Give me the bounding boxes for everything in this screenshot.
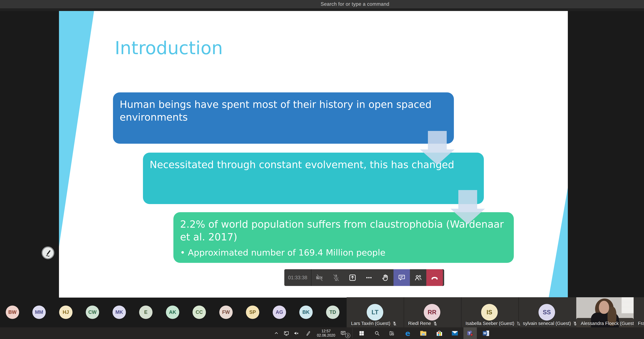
search-input[interactable]: Search for or type a command [321,0,389,8]
slide-box-history: Human beings have spent most of their hi… [113,92,454,144]
annotate-pencil-button[interactable] [42,247,54,259]
search-icon [374,331,380,336]
participant-name: Riedl Rene [408,321,431,326]
participant-avatar: LT [367,304,383,321]
hang-up-button[interactable] [426,269,443,286]
teams-notification-dot [470,334,473,336]
windows-ink-tray-button[interactable] [304,327,312,339]
participant-avatar[interactable]: BW [6,306,19,319]
tile-divider [518,297,519,327]
teams-icon: T [467,331,473,336]
pencil-icon [44,249,52,257]
claustrophobia-main-text: 2.2% of world population suffers from cl… [180,218,507,243]
taskbar-word-button[interactable]: W [481,327,491,339]
share-screen-icon [348,274,356,282]
tile-divider [461,297,462,327]
more-options-button[interactable] [361,269,377,286]
clock-tray-button[interactable]: 12:57 02.06.2020 [312,327,340,339]
participant-avatar: IS [481,304,498,321]
mic-off-icon [332,274,340,282]
slide-box-history-text: Human beings have spent most of their hi… [113,92,454,124]
volume-tray-button[interactable] [292,327,300,339]
file-explorer-icon [420,331,426,336]
share-screen-button[interactable] [344,269,361,286]
mic-off-icon [433,321,438,326]
participant-name-label: Riedl Rene [408,321,438,326]
participant-avatar[interactable]: CW [86,306,99,319]
task-view-button[interactable] [386,327,397,339]
slide-box-evolvement: Necessitated through constant evolvement… [143,153,484,204]
chat-icon [398,274,406,282]
participant-name-label: sylvain senecal (Guest) [523,321,578,326]
participant-avatar[interactable]: AG [273,306,286,319]
meeting-control-bar: 01:33:38 [284,269,444,286]
clock-date: 02.06.2020 [317,333,335,338]
hang-up-icon [430,274,439,282]
participant-name-label: Isabella Seeber (Guest) [466,321,521,326]
taskbar-teams-button-active[interactable]: T [464,327,477,339]
slide-box-evolvement-text: Necessitated through constant evolvement… [143,153,484,171]
participant-name-cutoff: Fra [638,321,644,326]
participant-avatar[interactable]: CC [192,306,206,319]
raise-hand-button[interactable] [377,269,394,286]
participant-avatar[interactable]: SP [246,306,259,319]
teams-top-bar: Search for or type a command [0,0,644,8]
speaker-face [599,301,609,314]
chevron-up-icon [274,331,279,336]
taskbar-mail-button[interactable] [450,327,460,339]
participant-avatar[interactable]: AK [166,306,179,319]
participant-name-label: Alessandra Floeck (Guest) [581,321,634,326]
edge-icon: e [405,329,410,338]
taskbar-store-button[interactable] [434,327,444,339]
camera-off-button[interactable] [312,269,328,286]
task-view-icon [389,331,394,336]
action-center-button[interactable]: 3 [338,327,348,339]
more-options-icon [365,274,373,282]
volume-muted-icon [294,331,299,336]
participant-avatar[interactable]: E [139,306,152,319]
show-participants-button[interactable] [410,269,426,286]
participant-tile[interactable]: SS sylvain senecal (Guest) [518,297,575,327]
participant-avatar[interactable]: TD [326,306,340,319]
slide-box-claustrophobia-text: 2.2% of world population suffers from cl… [174,212,514,258]
participant-tile[interactable]: RR Riedl Rene [404,297,460,327]
taskbar-edge-button[interactable]: e [403,327,413,339]
mic-off-icon [392,321,397,326]
participant-avatar[interactable]: MM [32,306,46,319]
raise-hand-icon [381,274,389,282]
windows-logo-icon [359,331,364,336]
taskbar-file-explorer-button[interactable] [418,327,428,339]
word-icon: W [483,331,489,336]
mail-icon [452,331,458,336]
pen-icon [305,331,311,336]
participant-avatar[interactable]: MK [112,306,126,319]
slide-box-claustrophobia: 2.2% of world population suffers from cl… [174,212,514,263]
start-button[interactable] [356,327,367,339]
participants-icon [414,274,422,282]
shared-slide: Introduction Human beings have spent mos… [59,11,568,298]
participant-avatar[interactable]: FW [219,306,233,319]
teams-meeting-window: Search for or type a command Introductio… [0,0,644,339]
participant-avatar: RR [424,304,440,321]
participant-tiles-strip: LT Lars Taxén (Guest) RR Riedl Rene IS I… [346,297,644,327]
tile-divider [404,297,404,327]
mic-off-button[interactable] [328,269,344,286]
participant-avatar[interactable]: BK [299,306,313,319]
participant-avatar[interactable]: HJ [59,306,72,319]
participant-tile[interactable]: LT Lars Taxén (Guest) [346,297,403,327]
participant-tile[interactable]: IS Isabella Seeber (Guest) [461,297,518,327]
claustrophobia-bullet-text: • Approximated number of 169.4 Million p… [180,248,507,258]
participant-name: Isabella Seeber (Guest) [466,321,514,326]
microsoft-store-icon [437,331,442,336]
taskbar-search-button[interactable] [372,327,382,339]
participant-name: Alessandra Floeck (Guest) [581,321,634,326]
camera-off-icon [316,274,324,282]
ethernet-icon [284,331,289,336]
clock-time: 12:57 [317,329,335,333]
chat-button[interactable] [394,269,410,286]
show-hidden-icons-button[interactable] [272,327,280,339]
video-participant-tile[interactable]: Alessandra Floeck (Guest) [576,297,634,327]
network-tray-button[interactable] [282,327,290,339]
window-blinds [622,297,634,313]
participant-name: Lars Taxén (Guest) [351,321,390,326]
